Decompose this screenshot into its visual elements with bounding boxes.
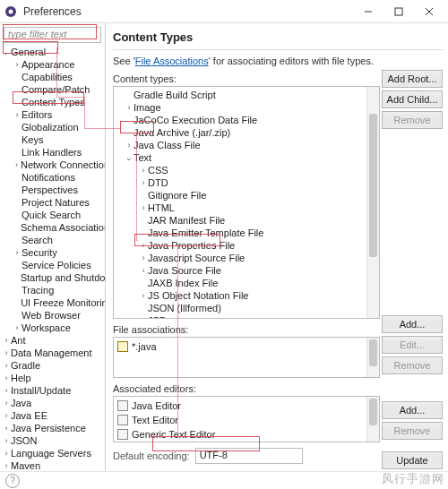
sidebar-item[interactable]: ·Content Types: [2, 96, 105, 108]
fa-scrollbar[interactable]: [366, 338, 379, 377]
chevron-right-icon[interactable]: ›: [13, 246, 22, 259]
edit-fa-button[interactable]: Edit...: [382, 336, 443, 354]
chevron-right-icon[interactable]: ›: [2, 459, 11, 471]
chevron-right-icon[interactable]: ›: [125, 101, 134, 114]
add-fa-button[interactable]: Add...: [382, 315, 443, 333]
maximize-button[interactable]: [383, 2, 414, 21]
chevron-right-icon[interactable]: ›: [139, 314, 148, 318]
sidebar-item[interactable]: ›Editors: [2, 108, 105, 121]
content-type-item[interactable]: ›JSP: [117, 314, 379, 318]
chevron-right-icon[interactable]: ›: [139, 289, 148, 302]
sidebar-item[interactable]: ·Schema Associations: [2, 221, 105, 234]
sidebar-item[interactable]: ·Startup and Shutdown: [2, 271, 105, 284]
ct-scrollbar[interactable]: [366, 87, 379, 318]
content-type-item[interactable]: Gradle Build Script: [117, 89, 379, 101]
sidebar-item[interactable]: ›Gradle: [2, 359, 105, 372]
chevron-down-icon[interactable]: ⌄: [2, 46, 11, 58]
chevron-right-icon[interactable]: ›: [139, 176, 148, 189]
sidebar-item[interactable]: ›Install/Update: [2, 384, 105, 397]
sidebar-item[interactable]: ·Compare/Patch: [2, 83, 105, 96]
encoding-input[interactable]: UTF-8: [195, 448, 303, 464]
content-type-item[interactable]: ›CSS: [117, 164, 379, 176]
chevron-right-icon[interactable]: ›: [2, 334, 11, 347]
add-child-button[interactable]: Add Child...: [382, 90, 443, 108]
sidebar-item[interactable]: ·UI Freeze Monitoring: [2, 296, 105, 309]
sidebar-item[interactable]: ·Keys: [2, 133, 105, 146]
content-type-item[interactable]: ›DTD: [117, 176, 379, 189]
sidebar-item[interactable]: ›JSON: [2, 434, 105, 447]
chevron-right-icon[interactable]: ›: [139, 164, 148, 176]
sidebar-item[interactable]: ·Globalization: [2, 121, 105, 133]
sidebar-item[interactable]: ›Appearance: [2, 58, 105, 71]
remove-fa-button[interactable]: Remove: [382, 356, 443, 374]
chevron-right-icon[interactable]: ›: [13, 58, 22, 71]
content-types-tree[interactable]: Gradle Build Script›ImageJaCoCo Executio…: [114, 87, 379, 318]
associated-editor-item[interactable]: Generic Text Editor: [117, 427, 375, 442]
content-type-item[interactable]: Java Emitter Template File: [117, 227, 379, 239]
sidebar-item[interactable]: ·Search: [2, 234, 105, 246]
content-type-item[interactable]: ⌄Text: [117, 151, 379, 164]
content-type-item[interactable]: ›Image: [117, 101, 379, 114]
sidebar-item[interactable]: ·Notifications: [2, 171, 105, 184]
sidebar-item[interactable]: ·Perspectives: [2, 184, 105, 196]
chevron-down-icon[interactable]: ⌄: [125, 151, 134, 164]
remove-ae-button[interactable]: Remove: [382, 422, 443, 440]
chevron-right-icon[interactable]: ›: [139, 239, 148, 252]
help-icon[interactable]: ?: [5, 474, 20, 488]
content-type-item[interactable]: Gitignore File: [117, 189, 379, 202]
chevron-right-icon[interactable]: ›: [139, 264, 148, 277]
content-type-item[interactable]: JSON (Illformed): [117, 302, 379, 314]
remove-ct-button[interactable]: Remove: [382, 111, 443, 129]
chevron-right-icon[interactable]: ›: [2, 372, 11, 384]
chevron-right-icon[interactable]: ›: [139, 202, 148, 214]
file-associations-link[interactable]: File Associations: [135, 56, 209, 66]
add-root-button[interactable]: Add Root...: [382, 70, 443, 88]
minimize-button[interactable]: [353, 2, 383, 21]
content-type-item[interactable]: ›JS Object Notation File: [117, 289, 379, 302]
chevron-right-icon[interactable]: ›: [13, 108, 22, 121]
chevron-right-icon[interactable]: ›: [2, 384, 11, 397]
sidebar-item[interactable]: ·Web Browser: [2, 309, 105, 322]
chevron-right-icon[interactable]: ›: [2, 347, 11, 359]
sidebar-item[interactable]: ›Security: [2, 246, 105, 259]
sidebar-item[interactable]: ·Project Natures: [2, 196, 105, 209]
content-type-item[interactable]: ›HTML: [117, 202, 379, 214]
associated-editor-item[interactable]: Text Editor: [117, 413, 375, 427]
chevron-right-icon[interactable]: ›: [13, 322, 22, 334]
sidebar-item[interactable]: ›Help: [2, 372, 105, 384]
filter-input[interactable]: type filter text: [4, 27, 101, 43]
content-type-item[interactable]: ›Javascript Source File: [117, 252, 379, 264]
update-button[interactable]: Update: [382, 451, 443, 469]
file-association-item[interactable]: *.java: [117, 339, 375, 354]
sidebar-item[interactable]: ·Link Handlers: [2, 146, 105, 159]
chevron-right-icon[interactable]: ›: [2, 434, 11, 447]
sidebar-item[interactable]: ›Network Connections: [2, 159, 105, 171]
chevron-right-icon[interactable]: ›: [2, 422, 11, 434]
sidebar-item[interactable]: ·Service Policies: [2, 259, 105, 271]
content-type-item[interactable]: ›Java Class File: [117, 139, 379, 151]
sidebar-item[interactable]: ›Data Management: [2, 347, 105, 359]
content-type-item[interactable]: JaCoCo Execution Data File: [117, 114, 379, 126]
content-type-item[interactable]: JAR Manifest File: [117, 214, 379, 227]
chevron-right-icon[interactable]: ›: [139, 252, 148, 264]
sidebar-item[interactable]: ›Java Persistence: [2, 422, 105, 434]
preferences-tree[interactable]: ⌄General›Appearance·Capabilities·Compare…: [0, 44, 105, 471]
associated-editors-list[interactable]: Java EditorText EditorGeneric Text Edito…: [113, 396, 380, 442]
sidebar-item[interactable]: ·Capabilities: [2, 71, 105, 83]
file-associations-list[interactable]: *.java: [113, 337, 380, 378]
add-ae-button[interactable]: Add...: [382, 401, 443, 419]
chevron-right-icon[interactable]: ›: [13, 159, 21, 171]
ae-scrollbar[interactable]: [366, 397, 379, 442]
sidebar-item[interactable]: ›Ant: [2, 334, 105, 347]
chevron-right-icon[interactable]: ›: [2, 447, 11, 459]
content-type-item[interactable]: JAXB Index File: [117, 277, 379, 289]
associated-editor-item[interactable]: Java Editor: [117, 399, 375, 413]
content-type-item[interactable]: ›Java Properties File: [117, 239, 379, 252]
chevron-right-icon[interactable]: ›: [125, 139, 134, 151]
sidebar-item[interactable]: ›Workspace: [2, 322, 105, 334]
close-button[interactable]: [414, 2, 444, 21]
sidebar-item[interactable]: ›Language Servers: [2, 447, 105, 459]
chevron-right-icon[interactable]: ›: [2, 397, 11, 409]
content-type-item[interactable]: ›Java Source File: [117, 264, 379, 277]
sidebar-item[interactable]: ›Maven: [2, 459, 105, 471]
